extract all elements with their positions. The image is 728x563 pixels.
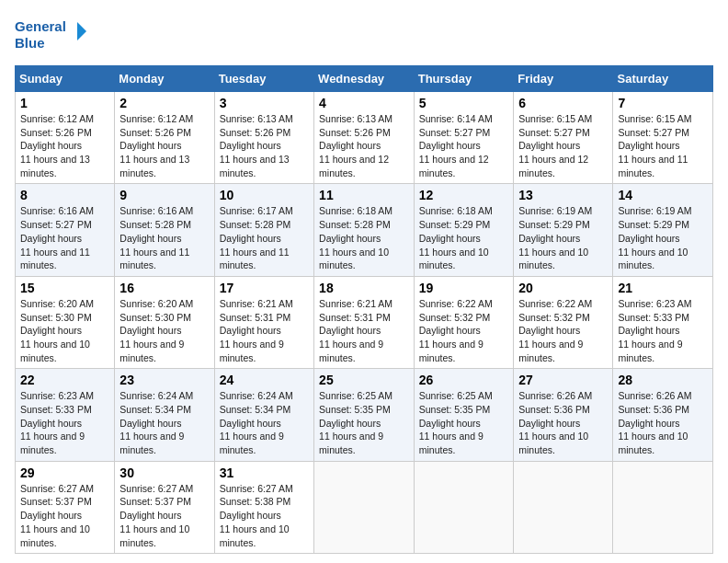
day-number: 5 xyxy=(419,96,508,110)
day-info: Sunrise: 6:13 AM Sunset: 5:26 PM Dayligh… xyxy=(220,112,309,179)
calendar-cell: 20 Sunrise: 6:22 AM Sunset: 5:32 PM Dayl… xyxy=(514,276,613,368)
calendar-header: SundayMondayTuesdayWednesdayThursdayFrid… xyxy=(16,66,713,92)
day-info: Sunrise: 6:20 AM Sunset: 5:30 PM Dayligh… xyxy=(119,297,209,364)
day-info: Sunrise: 6:22 AM Sunset: 5:32 PM Dayligh… xyxy=(419,297,508,364)
logo: General Blue xyxy=(15,15,88,56)
calendar-cell: 6 Sunrise: 6:15 AM Sunset: 5:27 PM Dayli… xyxy=(514,92,613,184)
day-number: 14 xyxy=(618,188,708,202)
calendar-cell xyxy=(613,461,713,553)
calendar-cell: 31 Sunrise: 6:27 AM Sunset: 5:38 PM Dayl… xyxy=(214,461,313,553)
day-number: 31 xyxy=(220,465,309,480)
col-header-saturday: Saturday xyxy=(613,66,713,92)
calendar-cell: 12 Sunrise: 6:18 AM Sunset: 5:29 PM Dayl… xyxy=(414,184,513,276)
day-info: Sunrise: 6:19 AM Sunset: 5:29 PM Dayligh… xyxy=(618,204,708,271)
day-info: Sunrise: 6:27 AM Sunset: 5:37 PM Dayligh… xyxy=(20,482,109,549)
calendar-cell: 24 Sunrise: 6:24 AM Sunset: 5:34 PM Dayl… xyxy=(214,369,313,461)
calendar-cell: 1 Sunrise: 6:12 AM Sunset: 5:26 PM Dayli… xyxy=(16,92,115,184)
calendar-cell xyxy=(314,461,415,553)
day-info: Sunrise: 6:17 AM Sunset: 5:28 PM Dayligh… xyxy=(220,204,309,271)
calendar-cell: 18 Sunrise: 6:21 AM Sunset: 5:31 PM Dayl… xyxy=(314,276,415,368)
calendar-cell: 5 Sunrise: 6:14 AM Sunset: 5:27 PM Dayli… xyxy=(414,92,513,184)
day-number: 21 xyxy=(618,281,708,295)
day-info: Sunrise: 6:20 AM Sunset: 5:30 PM Dayligh… xyxy=(20,297,109,364)
day-info: Sunrise: 6:15 AM Sunset: 5:27 PM Dayligh… xyxy=(618,112,708,179)
logo-svg: General Blue xyxy=(15,15,88,56)
calendar-cell: 29 Sunrise: 6:27 AM Sunset: 5:37 PM Dayl… xyxy=(16,461,115,553)
day-number: 23 xyxy=(119,373,209,387)
col-header-tuesday: Tuesday xyxy=(214,66,313,92)
day-number: 13 xyxy=(518,188,608,202)
calendar-cell: 10 Sunrise: 6:17 AM Sunset: 5:28 PM Dayl… xyxy=(214,184,313,276)
day-info: Sunrise: 6:13 AM Sunset: 5:26 PM Dayligh… xyxy=(319,112,409,179)
svg-text:Blue: Blue xyxy=(15,35,45,51)
day-info: Sunrise: 6:24 AM Sunset: 5:34 PM Dayligh… xyxy=(220,389,309,456)
day-info: Sunrise: 6:26 AM Sunset: 5:36 PM Dayligh… xyxy=(518,389,608,456)
day-info: Sunrise: 6:22 AM Sunset: 5:32 PM Dayligh… xyxy=(518,297,608,364)
day-number: 25 xyxy=(319,373,409,387)
day-info: Sunrise: 6:23 AM Sunset: 5:33 PM Dayligh… xyxy=(20,389,109,456)
calendar-cell: 19 Sunrise: 6:22 AM Sunset: 5:32 PM Dayl… xyxy=(414,276,513,368)
page-header: General Blue xyxy=(15,15,713,56)
day-number: 6 xyxy=(518,96,608,110)
day-info: Sunrise: 6:14 AM Sunset: 5:27 PM Dayligh… xyxy=(419,112,508,179)
day-info: Sunrise: 6:18 AM Sunset: 5:29 PM Dayligh… xyxy=(419,204,508,271)
svg-marker-2 xyxy=(77,22,86,40)
day-number: 15 xyxy=(20,281,109,295)
day-number: 20 xyxy=(518,281,608,295)
calendar-cell: 28 Sunrise: 6:26 AM Sunset: 5:36 PM Dayl… xyxy=(613,369,713,461)
calendar-cell: 27 Sunrise: 6:26 AM Sunset: 5:36 PM Dayl… xyxy=(514,369,613,461)
day-info: Sunrise: 6:12 AM Sunset: 5:26 PM Dayligh… xyxy=(119,112,209,179)
svg-text:General: General xyxy=(15,18,66,34)
col-header-friday: Friday xyxy=(514,66,613,92)
calendar-cell: 14 Sunrise: 6:19 AM Sunset: 5:29 PM Dayl… xyxy=(613,184,713,276)
day-number: 8 xyxy=(20,188,109,202)
calendar-cell: 4 Sunrise: 6:13 AM Sunset: 5:26 PM Dayli… xyxy=(314,92,415,184)
day-number: 18 xyxy=(319,281,409,295)
day-number: 9 xyxy=(119,188,209,202)
calendar-cell: 11 Sunrise: 6:18 AM Sunset: 5:28 PM Dayl… xyxy=(314,184,415,276)
calendar-cell: 2 Sunrise: 6:12 AM Sunset: 5:26 PM Dayli… xyxy=(115,92,214,184)
calendar-cell: 22 Sunrise: 6:23 AM Sunset: 5:33 PM Dayl… xyxy=(16,369,115,461)
day-info: Sunrise: 6:12 AM Sunset: 5:26 PM Dayligh… xyxy=(20,112,109,179)
calendar-cell: 17 Sunrise: 6:21 AM Sunset: 5:31 PM Dayl… xyxy=(214,276,313,368)
day-number: 10 xyxy=(220,188,309,202)
day-info: Sunrise: 6:18 AM Sunset: 5:28 PM Dayligh… xyxy=(319,204,409,271)
calendar-table: SundayMondayTuesdayWednesdayThursdayFrid… xyxy=(15,65,713,554)
calendar-cell xyxy=(514,461,613,553)
day-info: Sunrise: 6:26 AM Sunset: 5:36 PM Dayligh… xyxy=(618,389,708,456)
day-number: 29 xyxy=(20,465,109,480)
day-number: 12 xyxy=(419,188,508,202)
day-number: 27 xyxy=(518,373,608,387)
day-number: 11 xyxy=(319,188,409,202)
day-info: Sunrise: 6:16 AM Sunset: 5:27 PM Dayligh… xyxy=(20,204,109,271)
day-number: 3 xyxy=(220,96,309,110)
day-number: 17 xyxy=(220,281,309,295)
day-info: Sunrise: 6:25 AM Sunset: 5:35 PM Dayligh… xyxy=(419,389,508,456)
col-header-monday: Monday xyxy=(115,66,214,92)
calendar-cell: 15 Sunrise: 6:20 AM Sunset: 5:30 PM Dayl… xyxy=(16,276,115,368)
col-header-sunday: Sunday xyxy=(16,66,115,92)
day-number: 24 xyxy=(220,373,309,387)
day-info: Sunrise: 6:24 AM Sunset: 5:34 PM Dayligh… xyxy=(119,389,209,456)
day-number: 7 xyxy=(618,96,708,110)
calendar-cell: 9 Sunrise: 6:16 AM Sunset: 5:28 PM Dayli… xyxy=(115,184,214,276)
day-number: 16 xyxy=(119,281,209,295)
day-info: Sunrise: 6:21 AM Sunset: 5:31 PM Dayligh… xyxy=(220,297,309,364)
calendar-cell: 7 Sunrise: 6:15 AM Sunset: 5:27 PM Dayli… xyxy=(613,92,713,184)
calendar-cell: 26 Sunrise: 6:25 AM Sunset: 5:35 PM Dayl… xyxy=(414,369,513,461)
day-number: 1 xyxy=(20,96,109,110)
day-info: Sunrise: 6:23 AM Sunset: 5:33 PM Dayligh… xyxy=(618,297,708,364)
col-header-wednesday: Wednesday xyxy=(314,66,415,92)
day-info: Sunrise: 6:15 AM Sunset: 5:27 PM Dayligh… xyxy=(518,112,608,179)
day-number: 28 xyxy=(618,373,708,387)
calendar-cell: 25 Sunrise: 6:25 AM Sunset: 5:35 PM Dayl… xyxy=(314,369,415,461)
day-number: 22 xyxy=(20,373,109,387)
day-info: Sunrise: 6:21 AM Sunset: 5:31 PM Dayligh… xyxy=(319,297,409,364)
calendar-cell: 3 Sunrise: 6:13 AM Sunset: 5:26 PM Dayli… xyxy=(214,92,313,184)
calendar-cell: 8 Sunrise: 6:16 AM Sunset: 5:27 PM Dayli… xyxy=(16,184,115,276)
day-info: Sunrise: 6:16 AM Sunset: 5:28 PM Dayligh… xyxy=(119,204,209,271)
col-header-thursday: Thursday xyxy=(414,66,513,92)
day-info: Sunrise: 6:27 AM Sunset: 5:37 PM Dayligh… xyxy=(119,482,209,549)
calendar-cell: 13 Sunrise: 6:19 AM Sunset: 5:29 PM Dayl… xyxy=(514,184,613,276)
day-number: 4 xyxy=(319,96,409,110)
